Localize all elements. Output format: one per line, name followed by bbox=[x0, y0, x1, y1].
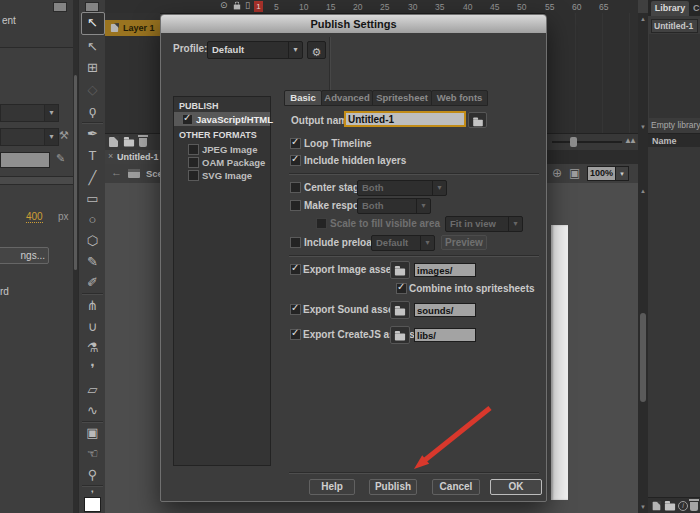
combine-spritesheets-checkbox[interactable] bbox=[396, 283, 407, 294]
hand-tool-icon[interactable]: ☜ bbox=[79, 444, 106, 464]
delete-item-icon[interactable] bbox=[690, 502, 698, 511]
text-tool-icon[interactable]: T bbox=[79, 146, 106, 166]
property-text-field[interactable] bbox=[0, 152, 50, 168]
library-document-select[interactable]: Untitled-1 bbox=[651, 19, 698, 33]
timeline-zoom-slider-track[interactable] bbox=[552, 141, 622, 143]
tab-web-fonts[interactable]: Web fonts bbox=[431, 90, 488, 106]
free-transform-tool-icon[interactable]: ⊞ bbox=[79, 58, 106, 78]
tab-library[interactable]: Library bbox=[651, 1, 689, 16]
jpeg-checkbox[interactable] bbox=[188, 144, 199, 155]
fill-color-swatch[interactable] bbox=[84, 497, 101, 512]
ok-button[interactable]: OK bbox=[490, 479, 542, 495]
svg-checkbox[interactable] bbox=[188, 170, 199, 181]
eyedropper-tool-icon[interactable]: ❜ bbox=[79, 359, 106, 379]
export-sound-checkbox[interactable] bbox=[290, 304, 301, 315]
stage-size-value[interactable]: 400 bbox=[26, 211, 43, 223]
document-tab-title[interactable]: Untitled-1 bbox=[117, 152, 159, 162]
stage-zoom-dropdown-arrow[interactable]: ▾ bbox=[615, 166, 629, 181]
new-symbol-icon[interactable] bbox=[653, 502, 661, 511]
center-stage-dropdown[interactable]: Both ▾ bbox=[357, 180, 447, 196]
export-image-checkbox[interactable] bbox=[290, 264, 301, 275]
chevron-down-icon[interactable]: ▾ bbox=[44, 128, 59, 146]
sound-folder-button[interactable] bbox=[390, 301, 410, 319]
profile-dropdown[interactable]: Default ▾ bbox=[207, 41, 303, 59]
new-folder-icon[interactable] bbox=[124, 140, 134, 147]
export-createjs-path-input[interactable] bbox=[414, 328, 476, 342]
property-dropdown[interactable] bbox=[0, 128, 46, 146]
selection-tool-icon[interactable]: ↖ bbox=[79, 13, 106, 33]
center-frame-icon[interactable]: ⊕ bbox=[552, 166, 562, 180]
stage[interactable] bbox=[551, 225, 568, 500]
make-responsive-checkbox[interactable] bbox=[290, 200, 301, 211]
eraser-tool-icon[interactable]: ▱ bbox=[79, 380, 106, 400]
tab-advanced[interactable]: Advanced bbox=[321, 90, 373, 106]
tab-close-icon[interactable]: × bbox=[108, 151, 113, 161]
svg-label[interactable]: SVG Image bbox=[202, 170, 252, 181]
panel-collapse-button[interactable] bbox=[85, 2, 99, 12]
paint-bucket-tool-icon[interactable]: ∪ bbox=[79, 317, 106, 337]
bone-tool-icon[interactable]: ⋔ bbox=[79, 296, 106, 316]
pencil-tool-icon[interactable]: ✎ bbox=[79, 252, 106, 272]
format-row-javascript-html[interactable]: JavaScript/HTML bbox=[174, 112, 270, 126]
createjs-folder-button[interactable] bbox=[390, 326, 410, 344]
pencil-icon[interactable]: ✎ bbox=[56, 152, 65, 165]
stage-zoom-field[interactable]: 100% bbox=[587, 166, 616, 181]
timeline-frames-area[interactable] bbox=[545, 13, 638, 133]
ink-bottle-tool-icon[interactable]: ⚗ bbox=[79, 338, 106, 358]
outline-column-icon[interactable]: ▯ bbox=[245, 0, 250, 10]
polystar-tool-icon[interactable]: ⬡ bbox=[79, 231, 106, 251]
width-tool-icon[interactable]: ∿ bbox=[79, 401, 106, 421]
library-list[interactable] bbox=[648, 147, 700, 497]
dialog-title[interactable]: Publish Settings bbox=[161, 15, 546, 33]
gradient-transform-tool-icon[interactable]: ◇ bbox=[79, 80, 106, 100]
properties-info-icon[interactable]: i bbox=[678, 501, 688, 511]
preloader-dropdown[interactable]: Default ▾ bbox=[371, 235, 435, 251]
tab-spritesheet[interactable]: Spritesheet bbox=[372, 90, 432, 106]
line-tool-icon[interactable]: ╱ bbox=[79, 168, 106, 188]
zoom-tool-icon[interactable]: ⚲ bbox=[79, 465, 106, 485]
scrollbar-thumb[interactable] bbox=[640, 313, 646, 402]
pen-tool-icon[interactable]: ✒ bbox=[79, 124, 106, 144]
clip-content-icon[interactable]: ▣ bbox=[569, 166, 580, 180]
brush-tool-icon[interactable]: ✐ bbox=[79, 273, 106, 293]
current-frame-marker[interactable]: 1 bbox=[254, 1, 263, 12]
tab-cc-libraries-fragment[interactable]: CC bbox=[693, 3, 700, 13]
output-browse-button[interactable] bbox=[468, 112, 487, 128]
help-button[interactable]: Help bbox=[309, 479, 355, 495]
lasso-tool-icon[interactable]: ϙ bbox=[79, 101, 106, 121]
camera-tool-icon[interactable]: ▣ bbox=[79, 423, 106, 443]
new-layer-icon[interactable] bbox=[109, 137, 118, 147]
subselection-tool-icon[interactable]: ↖ bbox=[79, 37, 106, 57]
image-folder-button[interactable] bbox=[390, 261, 410, 279]
loop-timeline-checkbox[interactable] bbox=[290, 138, 301, 149]
cancel-button[interactable]: Cancel bbox=[432, 479, 480, 495]
back-arrow-icon[interactable]: ← bbox=[111, 166, 122, 178]
export-createjs-checkbox[interactable] bbox=[290, 329, 301, 340]
frame-size-icon[interactable]: ▲▲ bbox=[624, 136, 634, 145]
export-sound-path-input[interactable] bbox=[414, 303, 476, 317]
oam-label[interactable]: OAM Package bbox=[202, 157, 265, 168]
new-library-folder-icon[interactable] bbox=[665, 504, 675, 511]
profile-options-button[interactable]: ⚙ bbox=[307, 41, 326, 59]
scale-checkbox[interactable] bbox=[316, 218, 327, 229]
delete-layer-icon[interactable] bbox=[139, 138, 147, 147]
eye-icon[interactable]: ⊙ bbox=[220, 0, 228, 10]
oam-checkbox[interactable] bbox=[188, 157, 199, 168]
panel-collapse-button[interactable] bbox=[53, 2, 67, 12]
timeline-ruler[interactable]: ⊙ ▯ 1 5 10 15 20 25 30 35 40 45 50 55 60… bbox=[105, 0, 638, 14]
layer-row[interactable]: Layer 1 bbox=[105, 20, 160, 36]
document-tab[interactable]: × Untitled-1 bbox=[105, 150, 161, 164]
lock-icon[interactable] bbox=[234, 5, 240, 10]
include-hidden-layers-checkbox[interactable] bbox=[290, 155, 301, 166]
center-stage-checkbox[interactable] bbox=[290, 182, 301, 193]
export-image-path-input[interactable] bbox=[414, 263, 476, 277]
chevron-down-icon[interactable]: ▾ bbox=[44, 104, 59, 122]
timeline-zoom-slider-thumb[interactable] bbox=[570, 137, 577, 147]
make-responsive-dropdown[interactable]: Both ▾ bbox=[357, 198, 431, 214]
publish-button[interactable]: Publish bbox=[369, 479, 417, 495]
vertical-scrollbar[interactable]: ▲ ▼ ▲ ▼ bbox=[638, 13, 648, 513]
output-name-input[interactable] bbox=[344, 111, 466, 127]
javascript-html-checkbox[interactable] bbox=[182, 114, 193, 125]
scale-dropdown[interactable]: Fit in view ▾ bbox=[445, 216, 523, 232]
oval-tool-icon[interactable]: ○ bbox=[79, 210, 106, 230]
